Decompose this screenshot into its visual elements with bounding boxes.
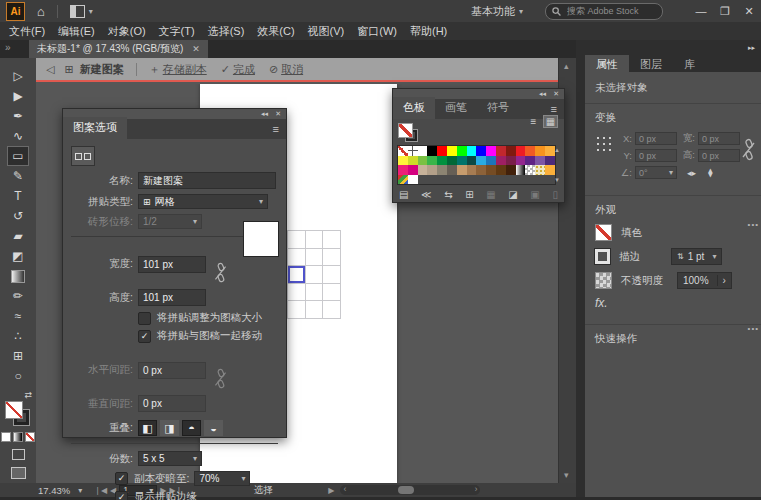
swatch[interactable]: [525, 165, 535, 175]
link-size-icon[interactable]: [214, 262, 227, 284]
swatch[interactable]: [447, 165, 457, 175]
swatch[interactable]: [437, 146, 447, 156]
rectangle-tool[interactable]: ▭: [7, 146, 29, 166]
opacity-control[interactable]: 100% ›: [677, 272, 732, 289]
fill-stroke-proxy[interactable]: [398, 123, 422, 145]
artboard-tool[interactable]: ⊞: [7, 346, 29, 366]
swatch-kinds-icon[interactable]: ≪: [421, 189, 431, 200]
close-button[interactable]: ✕: [737, 0, 761, 22]
swatch[interactable]: [447, 146, 457, 156]
collapse-panel-icon[interactable]: ◂◂: [261, 109, 268, 119]
tab-properties[interactable]: 属性: [585, 55, 629, 72]
swatch[interactable]: [457, 156, 467, 166]
swatch-options-icon[interactable]: ⇆: [444, 189, 452, 200]
size-tile-to-art-checkbox[interactable]: [138, 312, 151, 325]
swatch[interactable]: [496, 146, 506, 156]
menu-item[interactable]: 效果(C): [257, 24, 294, 39]
swatch[interactable]: [506, 146, 516, 156]
grid-view-icon[interactable]: ▦: [543, 115, 558, 128]
angle-field[interactable]: 0° ▾: [635, 166, 677, 179]
minimize-button[interactable]: —: [689, 0, 713, 22]
width-input[interactable]: [138, 256, 206, 273]
scrollbar-thumb[interactable]: [398, 486, 414, 494]
stepper-icon[interactable]: ⇅: [677, 252, 684, 261]
swatch[interactable]: [418, 165, 428, 175]
home-icon[interactable]: ⌂: [37, 4, 45, 19]
menu-item[interactable]: 选择(S): [208, 24, 245, 39]
x-field[interactable]: 0 px: [635, 132, 677, 145]
scroll-down-icon[interactable]: ▾: [553, 176, 561, 184]
swatch[interactable]: [437, 165, 447, 175]
swatch[interactable]: [496, 165, 506, 175]
folder-icon[interactable]: ◪: [508, 189, 517, 200]
swatch[interactable]: [486, 156, 496, 166]
swatch[interactable]: [476, 146, 486, 156]
gradient-tool[interactable]: [7, 266, 29, 286]
swatch[interactable]: [467, 146, 477, 156]
swatch[interactable]: [535, 165, 545, 175]
pen-tool[interactable]: ✒: [7, 106, 29, 126]
symbol-sprayer-tool[interactable]: ∴: [7, 326, 29, 346]
color-button[interactable]: [1, 432, 11, 442]
paintbrush-tool[interactable]: ✎: [7, 166, 29, 186]
rotate-tool[interactable]: ↺: [7, 206, 29, 226]
panel-menu-icon[interactable]: ≡: [551, 103, 557, 115]
swatch[interactable]: [408, 156, 418, 166]
swatch[interactable]: [506, 156, 516, 166]
swatch[interactable]: [516, 146, 526, 156]
fill-color-chip[interactable]: [595, 224, 612, 241]
swatch[interactable]: [398, 175, 408, 185]
pencil-tool[interactable]: ✏: [7, 286, 29, 306]
eraser-tool[interactable]: ▰: [7, 226, 29, 246]
swatch[interactable]: [437, 156, 447, 166]
swatch-scrollbar[interactable]: ▴ ▾: [553, 146, 561, 182]
fill-proxy[interactable]: [5, 401, 23, 419]
swatch[interactable]: [486, 146, 496, 156]
swatch[interactable]: [535, 146, 545, 156]
done-button[interactable]: ✓ 完成: [221, 62, 255, 77]
scroll-up-icon[interactable]: ▴: [553, 146, 561, 154]
swatch[interactable]: [496, 156, 506, 166]
tab-pattern-options[interactable]: 图案选项: [63, 117, 127, 139]
swatch[interactable]: [427, 146, 437, 156]
cancel-button[interactable]: ⊘ 取消: [269, 62, 303, 77]
fill-proxy[interactable]: [398, 123, 413, 138]
swatch-libraries-icon[interactable]: ▤: [399, 189, 408, 200]
status-menu-icon[interactable]: ▶: [328, 486, 334, 495]
close-panel-icon[interactable]: ✕: [553, 89, 559, 99]
tab-symbols[interactable]: 符号: [477, 97, 519, 119]
swatch[interactable]: [486, 165, 496, 175]
y-field[interactable]: 0 px: [635, 149, 677, 162]
width-field[interactable]: 0 px: [698, 132, 740, 145]
tab-swatches[interactable]: 色板: [393, 97, 435, 119]
dim-copies-checkbox[interactable]: [115, 472, 128, 485]
tile-type-dropdown[interactable]: ⊞ 网格 ▾: [138, 194, 268, 209]
copies-dropdown[interactable]: 5 x 5 ▾: [138, 451, 202, 466]
curvature-tool[interactable]: ∿: [7, 126, 29, 146]
menu-item[interactable]: 对象(O): [108, 24, 146, 39]
flip-vertical-icon[interactable]: ◂▸: [706, 168, 716, 177]
show-tile-edge-checkbox[interactable]: [115, 491, 128, 500]
swatch[interactable]: [447, 156, 457, 166]
overlap-right-in-front[interactable]: ◨: [160, 420, 179, 436]
close-panel-icon[interactable]: ✕: [275, 109, 281, 119]
swatch[interactable]: [476, 165, 486, 175]
swatch[interactable]: [457, 165, 467, 175]
scroll-right-icon[interactable]: ›: [474, 484, 477, 494]
opacity-chip[interactable]: [595, 272, 612, 289]
zoom-tool[interactable]: ○: [7, 366, 29, 386]
collapse-dock-icon[interactable]: ▸▸: [748, 44, 755, 52]
search-input[interactable]: [565, 5, 649, 17]
screen-mode-icon[interactable]: [11, 467, 26, 479]
direct-selection-tool[interactable]: ▶: [7, 86, 29, 106]
swatch[interactable]: [525, 156, 535, 166]
swatch[interactable]: [506, 165, 516, 175]
link-dimensions-icon[interactable]: [742, 138, 755, 162]
swatch[interactable]: [525, 146, 535, 156]
height-input[interactable]: [138, 289, 206, 306]
swatch[interactable]: [408, 165, 418, 175]
none-button[interactable]: [25, 432, 35, 442]
swatch[interactable]: [418, 146, 428, 156]
exit-pattern-mode-icon[interactable]: ◁: [46, 63, 54, 76]
gradient-button[interactable]: [13, 432, 23, 442]
